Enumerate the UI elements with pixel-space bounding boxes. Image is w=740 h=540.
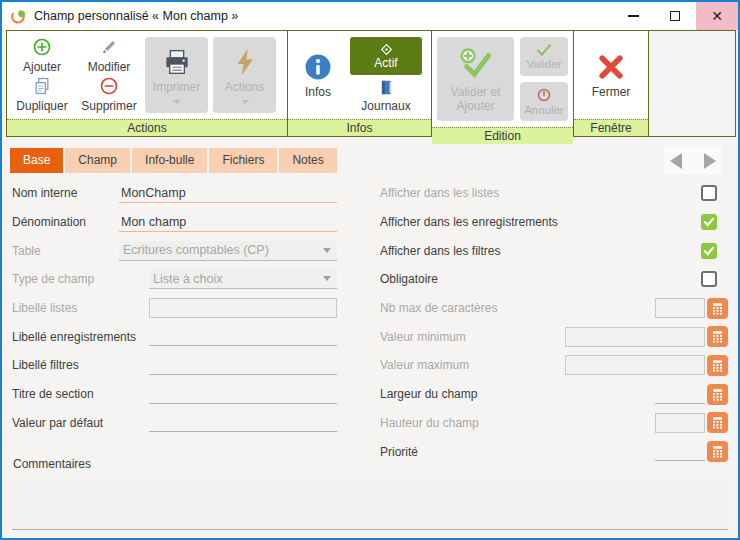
form-row: Libellé listes xyxy=(12,294,337,323)
form-row: Titre de section xyxy=(12,380,337,409)
largeur-du-champ-calculator-button[interactable] xyxy=(707,384,728,405)
valider-et-ajouter-button: Valider et Ajouter xyxy=(437,37,514,121)
tab-fichiers[interactable]: Fichiers xyxy=(209,148,277,173)
form-row: Priorité xyxy=(380,437,728,466)
tool-column: Actif Journaux xyxy=(350,34,422,116)
valider-button: Valider xyxy=(520,37,568,76)
tab-notes[interactable]: Notes xyxy=(279,148,336,173)
type-de-champ-select-value: Liste à choix xyxy=(153,272,222,286)
target-icon xyxy=(380,43,393,56)
valider-et-ajouter-label: Valider et Ajouter xyxy=(437,85,514,114)
form-row: Largeur du champ xyxy=(380,380,728,409)
close-icon: ✕ xyxy=(711,8,723,24)
afficher-enregistrements-checkbox[interactable] xyxy=(701,214,717,230)
libelle-enregistrements-input[interactable] xyxy=(149,327,337,346)
form-row: Valeur minimum xyxy=(380,322,728,351)
journaux-button[interactable]: Journaux xyxy=(350,79,422,113)
nb-max-caracteres-calculator-button[interactable] xyxy=(707,298,728,319)
ajouter-label: Ajouter xyxy=(23,60,61,74)
largeur-du-champ-input[interactable] xyxy=(655,385,705,404)
ribbon-group-fenetre-content: Fermer xyxy=(574,31,648,119)
type-de-champ-select: Liste à choix xyxy=(149,269,337,289)
ribbon-group-fenetre: Fermer Fenêtre xyxy=(574,31,649,136)
field-label: Libellé filtres xyxy=(12,358,149,372)
table-select: Ecritures comptables (CP) xyxy=(119,241,337,261)
ajouter-button[interactable]: Ajouter xyxy=(11,37,73,74)
ribbon-group-empty xyxy=(649,31,735,136)
tab-base[interactable]: Base xyxy=(10,148,63,173)
form-row: Libellé enregistrements xyxy=(12,322,337,351)
valider-label: Valider xyxy=(527,58,562,70)
supprimer-button[interactable]: Supprimer xyxy=(78,76,140,113)
app-logo-icon xyxy=(10,8,27,25)
valeur-maximum-input xyxy=(565,355,705,375)
titlebar: Champ personnalisé « Mon champ » ✕ xyxy=(2,2,738,30)
fermer-button[interactable]: Fermer xyxy=(592,52,631,99)
form-row: Dénomination xyxy=(12,208,337,237)
actions-label: Actions xyxy=(225,80,264,94)
record-pager xyxy=(664,147,722,174)
form-row: Obligatoire xyxy=(380,265,728,294)
valeur-maximum-calculator-button[interactable] xyxy=(707,355,728,376)
modifier-button[interactable]: Modifier xyxy=(78,37,140,74)
tab-strip: Base Champ Info-bulle Fichiers Notes xyxy=(10,148,337,173)
calculator-icon xyxy=(710,358,725,373)
form-row: Nb max de caractères xyxy=(380,294,728,323)
hauteur-du-champ-calculator-button[interactable] xyxy=(707,412,728,433)
field-label: Afficher dans les listes xyxy=(380,186,499,200)
check-plus-icon xyxy=(457,45,495,83)
valeur-par-defaut-input[interactable] xyxy=(149,413,337,432)
close-button[interactable]: ✕ xyxy=(696,2,738,30)
nom-interne-input[interactable] xyxy=(119,184,337,203)
libelle-filtres-input[interactable] xyxy=(149,356,337,375)
commentaires-label: Commentaires xyxy=(13,457,91,471)
form-row: Libellé filtres xyxy=(12,351,337,380)
form-row: Hauteur du champ xyxy=(380,409,728,438)
titre-de-section-input[interactable] xyxy=(149,385,337,404)
field-label: Hauteur du champ xyxy=(380,416,479,430)
field-label: Type de champ xyxy=(12,272,149,286)
priorite-input[interactable] xyxy=(655,442,705,461)
maximize-button[interactable] xyxy=(654,2,696,30)
form-row: Valeur maximum xyxy=(380,351,728,380)
priorite-calculator-button[interactable] xyxy=(707,441,728,462)
obligatoire-checkbox[interactable] xyxy=(701,271,717,287)
actif-toggle-button[interactable]: Actif xyxy=(350,37,422,75)
calculator-icon xyxy=(710,415,725,430)
check-icon xyxy=(536,43,552,57)
chevron-down-icon xyxy=(173,100,181,104)
field-label: Dénomination xyxy=(12,215,119,229)
form-row: Afficher dans les filtres xyxy=(380,236,728,265)
denomination-input[interactable] xyxy=(119,213,337,232)
arrow-left-icon[interactable] xyxy=(670,153,682,169)
close-x-icon xyxy=(596,52,626,82)
field-label: Valeur par défaut xyxy=(12,416,149,430)
commentaires-textarea[interactable] xyxy=(12,478,728,530)
cancel-icon xyxy=(536,87,552,103)
journaux-label: Journaux xyxy=(361,99,410,113)
field-label: Largeur du champ xyxy=(380,387,477,401)
dupliquer-button[interactable]: Dupliquer xyxy=(11,76,73,113)
arrow-right-icon[interactable] xyxy=(704,153,716,169)
minimize-button[interactable] xyxy=(612,2,654,30)
nb-max-caracteres-input xyxy=(655,298,705,318)
ribbon-group-actions: Ajouter Dupliquer xyxy=(7,31,288,136)
plus-circle-icon xyxy=(32,37,52,57)
fermer-label: Fermer xyxy=(592,85,631,99)
actif-label: Actif xyxy=(374,56,397,70)
infos-button[interactable]: Infos xyxy=(294,52,342,99)
valeur-minimum-calculator-button[interactable] xyxy=(707,326,728,347)
field-label: Afficher dans les enregistrements xyxy=(380,215,558,229)
dialog-window: Champ personnalisé « Mon champ » ✕ Ajout… xyxy=(0,0,740,540)
field-label: Afficher dans les filtres xyxy=(380,244,501,258)
tab-champ[interactable]: Champ xyxy=(65,148,130,173)
tool-column: Ajouter Dupliquer xyxy=(11,34,73,116)
calculator-icon xyxy=(710,444,725,459)
form-row: Afficher dans les listes xyxy=(380,179,728,208)
table-select-value: Ecritures comptables (CP) xyxy=(123,243,269,257)
minus-circle-icon xyxy=(99,76,119,96)
tool-column: Valider Annuler xyxy=(520,37,568,121)
ribbon-group-actions-content: Ajouter Dupliquer xyxy=(7,31,287,119)
afficher-filtres-checkbox[interactable] xyxy=(701,243,717,259)
tab-info-bulle[interactable]: Info-bulle xyxy=(132,148,207,173)
